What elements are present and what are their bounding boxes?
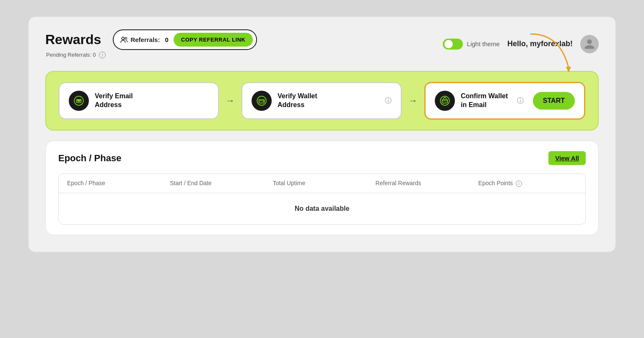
- greeting: Hello, myforexlab!: [507, 39, 573, 48]
- epoch-table: Epoch / Phase Start / End Date Total Upt…: [58, 173, 586, 225]
- wallet-icon: [256, 95, 267, 106]
- col-epoch-phase: Epoch / Phase: [67, 180, 166, 187]
- copy-referral-button[interactable]: COPY REFERRAL LINK: [174, 33, 253, 47]
- step-verify-wallet-label: Verify WalletAddress: [278, 92, 317, 110]
- theme-label: Light theme: [467, 40, 500, 47]
- step-confirm-wallet: Confirm Walletin Email ⓘ START: [424, 82, 585, 120]
- email-icon: [73, 95, 84, 106]
- step-verify-email-label: Verify EmailAddress: [95, 92, 133, 110]
- view-all-button[interactable]: View All: [548, 151, 586, 165]
- avatar[interactable]: [580, 35, 599, 53]
- header-top-row: Rewards Referrals: 0 COPY REFERRAL LINK: [45, 29, 257, 50]
- referrals-icon: [120, 37, 128, 43]
- svg-point-7: [263, 101, 264, 102]
- svg-rect-9: [442, 100, 448, 103]
- confirm-wallet-icon-bg: [435, 91, 455, 111]
- col-referral-rewards: Referral Rewards: [376, 180, 474, 187]
- header-left: Rewards Referrals: 0 COPY REFERRAL LINK: [45, 29, 257, 58]
- svg-point-1: [125, 37, 127, 39]
- page-container: Rewards Referrals: 0 COPY REFERRAL LINK: [29, 17, 615, 252]
- epoch-title: Epoch / Phase: [58, 153, 121, 164]
- avatar-icon: [584, 38, 595, 50]
- arrow-sep-1: →: [226, 95, 235, 106]
- theme-toggle: Light theme: [443, 39, 500, 50]
- epoch-card: Epoch / Phase View All Epoch / Phase Sta…: [45, 141, 599, 235]
- arrow-sep-2: →: [408, 95, 418, 106]
- col-epoch-points: Epoch Points i: [478, 180, 577, 187]
- step-verify-email: Verify EmailAddress: [59, 82, 219, 119]
- col-start-end-date: Start / End Date: [170, 180, 268, 187]
- info-icon-epoch-points[interactable]: i: [516, 181, 522, 187]
- header: Rewards Referrals: 0 COPY REFERRAL LINK: [45, 29, 599, 58]
- svg-point-0: [122, 37, 125, 39]
- confirm-wallet-icon: [439, 95, 450, 106]
- verify-wallet-icon-bg: [252, 91, 272, 111]
- referrals-label: Referrals:: [120, 36, 160, 43]
- theme-toggle-switch[interactable]: [443, 39, 463, 50]
- table-header-row: Epoch / Phase Start / End Date Total Upt…: [59, 174, 585, 193]
- info-icon-pending[interactable]: i: [99, 52, 106, 58]
- info-icon-wallet[interactable]: ⓘ: [385, 97, 392, 105]
- pending-referrals: Pending Referrals: 0 i: [46, 52, 257, 58]
- info-icon-confirm[interactable]: ⓘ: [517, 97, 524, 105]
- no-data-row: No data available: [59, 193, 585, 224]
- referrals-pill: Referrals: 0 COPY REFERRAL LINK: [113, 29, 257, 50]
- col-total-uptime: Total Uptime: [273, 180, 371, 187]
- start-button[interactable]: START: [533, 92, 575, 110]
- page-title: Rewards: [45, 32, 101, 47]
- toggle-knob: [444, 40, 453, 48]
- steps-card: Verify EmailAddress → Verify WalletAddre…: [45, 71, 599, 131]
- epoch-header: Epoch / Phase View All: [58, 151, 586, 165]
- step-verify-wallet: Verify WalletAddress ⓘ: [242, 82, 402, 119]
- step-confirm-wallet-label: Confirm Walletin Email: [461, 92, 508, 110]
- referral-count: 0: [165, 36, 168, 43]
- verify-email-icon-bg: [69, 91, 89, 111]
- header-right: Light theme Hello, myforexlab!: [443, 35, 599, 53]
- svg-marker-2: [566, 67, 571, 73]
